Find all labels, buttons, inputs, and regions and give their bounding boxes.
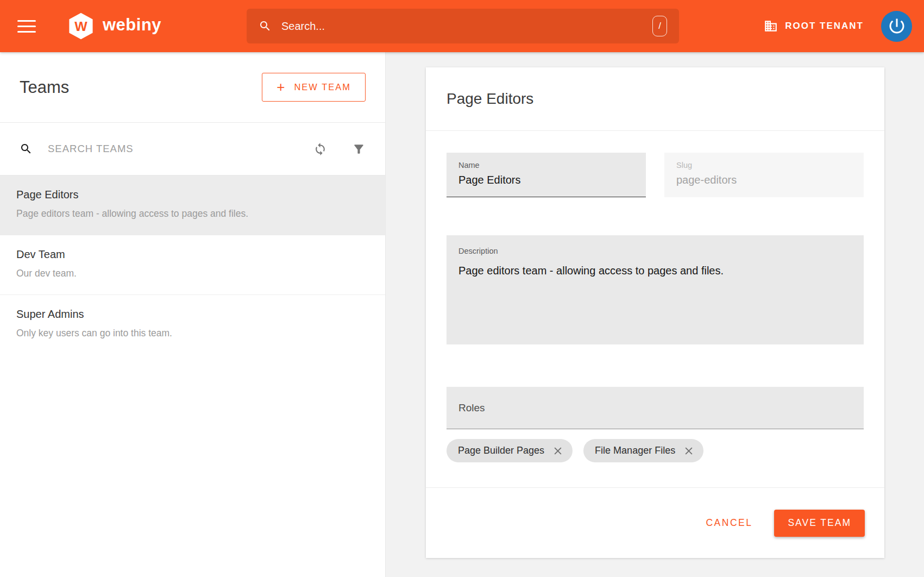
teams-search-row: SEARCH TEAMS bbox=[0, 123, 385, 175]
team-detail-area: Page Editors Name Page Editors Slug page… bbox=[386, 52, 924, 577]
teams-panel-header: Teams + NEW TEAM bbox=[0, 52, 385, 123]
name-field-value: Page Editors bbox=[458, 174, 634, 186]
description-field-label: Description bbox=[458, 247, 852, 255]
tenant-label: ROOT TENANT bbox=[785, 21, 864, 32]
filter-icon[interactable] bbox=[352, 142, 366, 156]
team-name: Dev Team bbox=[16, 248, 369, 261]
remove-chip-icon[interactable] bbox=[552, 446, 563, 456]
roles-field[interactable]: Roles bbox=[447, 387, 864, 429]
webiny-hexagon-icon: W bbox=[66, 11, 96, 41]
user-avatar[interactable] bbox=[881, 11, 912, 42]
team-description: Only key users can go into this team. bbox=[16, 328, 369, 339]
global-search-placeholder: Search... bbox=[281, 20, 652, 33]
main-layout: Teams + NEW TEAM SEARCH TEAMS bbox=[0, 52, 924, 577]
team-description: Page editors team - allowing access to p… bbox=[16, 208, 369, 219]
description-field-value: Page editors team - allowing access to p… bbox=[458, 265, 852, 277]
team-form-footer: CANCEL SAVE TEAM bbox=[426, 487, 884, 558]
cancel-button[interactable]: CANCEL bbox=[699, 512, 759, 534]
teams-list-panel: Teams + NEW TEAM SEARCH TEAMS bbox=[0, 52, 386, 577]
team-form-header: Page Editors bbox=[426, 67, 884, 131]
team-row-page-editors[interactable]: Page Editors Page editors team - allowin… bbox=[0, 175, 385, 235]
building-icon bbox=[764, 19, 778, 33]
teams-list: Page Editors Page editors team - allowin… bbox=[0, 175, 385, 355]
hamburger-menu-icon[interactable] bbox=[17, 16, 36, 36]
refresh-icon[interactable] bbox=[313, 142, 327, 156]
app-header: W webiny Search... / ROOT TENANT bbox=[0, 0, 924, 52]
chip-label: Page Builder Pages bbox=[458, 445, 544, 456]
slug-field-label: Slug bbox=[676, 161, 852, 170]
name-field[interactable]: Name Page Editors bbox=[447, 153, 646, 197]
role-chip-page-builder-pages: Page Builder Pages bbox=[447, 439, 573, 462]
global-search-input[interactable]: Search... / bbox=[247, 9, 679, 43]
name-slug-row: Name Page Editors Slug page-editors bbox=[447, 153, 864, 197]
remove-chip-icon[interactable] bbox=[683, 446, 694, 456]
roles-field-label: Roles bbox=[458, 402, 485, 414]
search-teams-icon bbox=[20, 142, 33, 155]
save-team-button[interactable]: SAVE TEAM bbox=[774, 510, 865, 537]
page-title: Teams bbox=[20, 78, 69, 97]
team-form-title: Page Editors bbox=[447, 90, 533, 108]
team-name: Page Editors bbox=[16, 189, 369, 201]
description-field[interactable]: Description Page editors team - allowing… bbox=[447, 235, 864, 344]
team-description: Our dev team. bbox=[16, 268, 369, 279]
team-row-super-admins[interactable]: Super Admins Only key users can go into … bbox=[0, 295, 385, 355]
logo-wordmark: webiny bbox=[103, 15, 161, 35]
team-form-body: Name Page Editors Slug page-editors Desc… bbox=[426, 153, 884, 462]
new-team-button[interactable]: + NEW TEAM bbox=[262, 73, 366, 102]
slug-field: Slug page-editors bbox=[664, 153, 864, 197]
keyboard-shortcut-badge: / bbox=[652, 16, 667, 36]
search-icon bbox=[259, 20, 272, 33]
webiny-logo[interactable]: W webiny bbox=[66, 11, 161, 41]
search-teams-input[interactable]: SEARCH TEAMS bbox=[48, 143, 313, 155]
team-row-dev-team[interactable]: Dev Team Our dev team. bbox=[0, 235, 385, 295]
team-form-card: Page Editors Name Page Editors Slug page… bbox=[426, 67, 884, 558]
roles-chips-row: Page Builder Pages File Manager Files bbox=[447, 439, 864, 462]
svg-text:W: W bbox=[74, 19, 87, 34]
chip-label: File Manager Files bbox=[595, 445, 675, 456]
tenant-selector[interactable]: ROOT TENANT bbox=[764, 19, 864, 33]
slug-field-value: page-editors bbox=[676, 174, 852, 186]
name-field-label: Name bbox=[458, 161, 634, 170]
power-icon bbox=[887, 16, 907, 36]
list-action-icons bbox=[313, 142, 366, 156]
role-chip-file-manager-files: File Manager Files bbox=[583, 439, 703, 462]
new-team-button-label: NEW TEAM bbox=[294, 82, 351, 92]
team-name: Super Admins bbox=[16, 308, 369, 321]
header-right-group: ROOT TENANT bbox=[764, 11, 912, 42]
